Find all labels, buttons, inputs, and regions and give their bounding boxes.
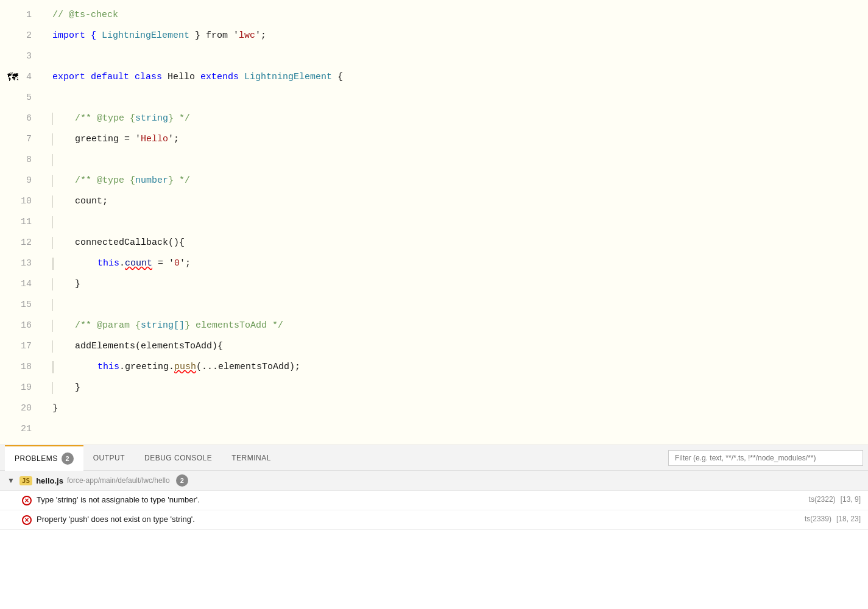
problem-file-row[interactable]: ▼JShello.jsforce-app/main/default/lwc/he… — [0, 471, 868, 491]
line-numbers: 123🗺456789101112131415161718192021 — [0, 5, 44, 440]
chevron-down-icon: ▼ — [7, 476, 15, 485]
line-number-14: 14 — [7, 274, 37, 295]
panel-content: ▼JShello.jsforce-app/main/default/lwc/he… — [0, 471, 868, 609]
panel-tabs: PROBLEMS2OUTPUTDEBUG CONSOLETERMINAL — [0, 445, 868, 471]
code-line-15[interactable] — [52, 295, 868, 315]
line-number-21: 21 — [7, 419, 37, 440]
error-icon — [22, 496, 32, 505]
line-number-16: 16 — [7, 315, 37, 336]
editor-area: 123🗺456789101112131415161718192021 // @t… — [0, 0, 868, 445]
problem-item-2[interactable]: Property 'push' does not exist on type '… — [0, 510, 868, 530]
problem-code: ts(2339) — [805, 515, 831, 523]
code-line-18[interactable]: this.greeting.push(...elementsToAdd); — [52, 357, 868, 378]
code-line-19[interactable]: } — [52, 378, 868, 398]
line-number-17: 17 — [7, 336, 37, 357]
code-line-11[interactable] — [52, 212, 868, 233]
code-line-7[interactable]: greeting = 'Hello'; — [52, 129, 868, 150]
tab-badge: 2 — [62, 452, 74, 465]
line-number-5: 5 — [7, 88, 37, 108]
code-line-8[interactable] — [52, 150, 868, 171]
js-badge: JS — [19, 476, 32, 485]
panel-tab-output[interactable]: OUTPUT — [83, 445, 135, 471]
code-line-4[interactable]: export default class Hello extends Light… — [52, 67, 868, 88]
problem-item-1[interactable]: Type 'string' is not assignable to type … — [0, 491, 868, 510]
line-number-10: 10 — [7, 191, 37, 212]
code-line-17[interactable]: addElements(elementsToAdd){ — [52, 336, 868, 357]
code-line-20[interactable]: } — [52, 398, 868, 419]
error-icon — [22, 515, 32, 525]
panel-tab-problems[interactable]: PROBLEMS2 — [5, 445, 83, 471]
problem-text: Property 'push' does not exist on type '… — [37, 515, 800, 524]
panel-tab-debug-console[interactable]: DEBUG CONSOLE — [135, 445, 222, 471]
problem-text: Type 'string' is not assignable to type … — [37, 495, 804, 504]
problem-location: [18, 23] — [836, 515, 861, 523]
line-number-6: 6 — [7, 108, 37, 129]
code-line-3[interactable] — [52, 46, 868, 67]
panel-area: PROBLEMS2OUTPUTDEBUG CONSOLETERMINAL ▼JS… — [0, 445, 868, 609]
svg-text:🗺: 🗺 — [7, 72, 18, 84]
code-lines[interactable]: // @ts-checkimport { LightningElement } … — [48, 5, 868, 440]
code-line-2[interactable]: import { LightningElement } from 'lwc'; — [52, 26, 868, 46]
code-line-5[interactable] — [52, 88, 868, 108]
line-number-12: 12 — [7, 233, 37, 253]
code-line-10[interactable]: count; — [52, 191, 868, 212]
code-line-9[interactable]: /** @type {number} */ — [52, 171, 868, 191]
code-line-1[interactable]: // @ts-check — [52, 5, 868, 26]
code-line-21[interactable] — [52, 419, 868, 440]
indent-line — [52, 216, 53, 228]
line-number-19: 19 — [7, 378, 37, 398]
indent-line — [52, 154, 53, 166]
code-line-6[interactable]: /** @type {string} */ — [52, 108, 868, 129]
panel-tab-terminal[interactable]: TERMINAL — [222, 445, 281, 471]
line-number-9: 9 — [7, 171, 37, 191]
problem-code: ts(2322) — [809, 495, 836, 504]
filter-input[interactable] — [668, 450, 863, 466]
line-number-2: 2 — [7, 26, 37, 46]
code-line-13[interactable]: this.count = '0'; — [52, 253, 868, 274]
line-number-15: 15 — [7, 295, 37, 315]
code-line-16[interactable]: /** @param {string[]} elementsToAdd */ — [52, 315, 868, 336]
line-number-20: 20 — [7, 398, 37, 419]
line-number-13: 13 — [7, 253, 37, 274]
line-number-7: 7 — [7, 129, 37, 150]
line-number-4: 🗺4 — [7, 67, 37, 88]
problem-location: [13, 9] — [841, 495, 861, 504]
file-name: hello.js — [36, 476, 63, 485]
breakpoint-icon: 🗺 — [6, 71, 19, 84]
file-problem-count-badge: 2 — [176, 474, 188, 487]
line-number-8: 8 — [7, 150, 37, 171]
indent-line — [52, 299, 53, 311]
line-number-18: 18 — [7, 357, 37, 378]
file-path: force-app/main/default/lwc/hello — [67, 476, 170, 485]
line-number-11: 11 — [7, 212, 37, 233]
line-number-3: 3 — [7, 46, 37, 67]
code-container: 123🗺456789101112131415161718192021 // @t… — [0, 0, 868, 445]
code-line-12[interactable]: connectedCallback(){ — [52, 233, 868, 253]
line-number-1: 1 — [7, 5, 37, 26]
code-line-14[interactable]: } — [52, 274, 868, 295]
